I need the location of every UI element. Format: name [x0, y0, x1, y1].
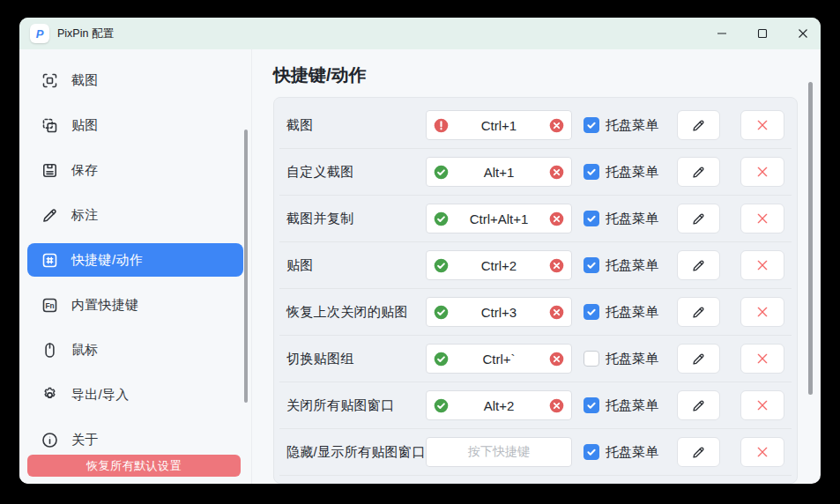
window-body: 截图 贴图 保存 标注 快捷键/动作 Fn 内置快捷键 鼠标 导出/导入 关于 …	[19, 49, 821, 484]
maximize-button[interactable]	[748, 20, 777, 47]
hotkey-action-icon	[40, 250, 59, 270]
hotkey-action-label: 切换贴图组	[286, 351, 426, 367]
sidebar-item-label: 关于	[71, 432, 99, 448]
minimize-button[interactable]	[708, 20, 736, 47]
clear-hotkey-icon[interactable]	[549, 398, 564, 413]
hotkey-value: 按下快捷键	[427, 444, 571, 460]
sidebar-item-label: 鼠标	[71, 342, 99, 359]
hotkey-input[interactable]: Ctrl+`	[426, 344, 572, 374]
hotkey-input[interactable]: Alt+1	[426, 157, 572, 187]
sidebar-item-label: 截图	[71, 72, 99, 89]
clear-hotkey-icon[interactable]	[549, 305, 564, 320]
hotkey-row: 切换贴图组 Ctrl+` 托盘菜单	[279, 336, 792, 382]
clear-hotkey-icon[interactable]	[549, 165, 564, 180]
hotkey-value: Ctrl+`	[449, 352, 549, 367]
content-scrollbar[interactable]	[808, 82, 813, 395]
hotkey-value: Ctrl+3	[449, 305, 549, 320]
close-button[interactable]	[789, 20, 817, 47]
delete-hotkey-button[interactable]	[740, 437, 784, 467]
clear-hotkey-icon[interactable]	[549, 352, 564, 367]
svg-text:Fn: Fn	[45, 300, 54, 309]
tray-menu-label: 托盘菜单	[606, 211, 658, 227]
edit-hotkey-button[interactable]	[677, 204, 720, 233]
edit-hotkey-button[interactable]	[677, 250, 720, 280]
hotkey-action-label: 贴图	[286, 257, 426, 274]
maximize-icon	[757, 28, 768, 39]
hotkey-action-label: 截图	[286, 117, 426, 134]
clear-hotkey-icon[interactable]	[549, 118, 564, 133]
sidebar-scrollbar[interactable]	[244, 130, 248, 403]
ok-icon	[434, 211, 449, 226]
titlebar: P PixPin 配置	[19, 18, 821, 49]
hotkey-input[interactable]: Alt+2	[426, 390, 572, 420]
hotkey-input[interactable]: Ctrl+3	[426, 297, 572, 327]
titlebar-controls	[695, 20, 821, 47]
hotkey-action-label: 自定义截图	[286, 164, 426, 181]
delete-hotkey-button[interactable]	[740, 297, 784, 327]
delete-hotkey-button[interactable]	[740, 110, 784, 140]
sidebar-item-annotate-pencil[interactable]: 标注	[27, 198, 243, 232]
sidebar-item-save[interactable]: 保存	[27, 153, 243, 187]
hotkey-value: Alt+1	[449, 165, 549, 180]
close-icon	[798, 28, 808, 39]
window-title: PixPin 配置	[57, 26, 114, 41]
hotkey-input[interactable]: 按下快捷键	[426, 437, 572, 467]
tray-menu-checkbox[interactable]	[584, 164, 599, 180]
edit-hotkey-button[interactable]	[677, 390, 720, 420]
sidebar-item-hotkey-action[interactable]: 快捷键/动作	[27, 243, 243, 277]
page-title: 快捷键/动作	[273, 63, 798, 86]
tray-menu-checkbox[interactable]	[584, 444, 599, 460]
sidebar-item-pin-image[interactable]: 贴图	[27, 108, 243, 142]
sidebar-item-label: 保存	[71, 162, 99, 179]
ok-icon	[434, 165, 449, 180]
warning-icon	[434, 118, 449, 133]
tray-menu-option: 托盘菜单	[584, 397, 665, 414]
tray-menu-label: 托盘菜单	[606, 397, 658, 414]
hotkey-input[interactable]: Ctrl+2	[426, 250, 572, 280]
hotkey-action-label: 关闭所有贴图窗口	[286, 397, 426, 414]
tray-menu-checkbox[interactable]	[584, 257, 599, 273]
sidebar-item-about[interactable]: 关于	[27, 423, 243, 456]
hotkey-value: Ctrl+2	[449, 258, 549, 273]
tray-menu-checkbox[interactable]	[584, 211, 599, 226]
ok-icon	[434, 305, 449, 320]
sidebar-item-label: 内置快捷键	[71, 297, 139, 314]
clear-hotkey-icon[interactable]	[549, 211, 564, 226]
sidebar-item-builtin-hotkey[interactable]: Fn 内置快捷键	[27, 288, 243, 322]
sidebar-item-screenshot[interactable]: 截图	[27, 63, 243, 97]
ok-icon	[434, 352, 449, 367]
sidebar-item-mouse[interactable]: 鼠标	[27, 333, 243, 367]
delete-hotkey-button[interactable]	[740, 157, 784, 187]
edit-hotkey-button[interactable]	[677, 110, 720, 140]
export-import-icon	[40, 385, 59, 404]
delete-hotkey-button[interactable]	[740, 250, 784, 280]
tray-menu-option: 托盘菜单	[584, 444, 665, 461]
hotkey-input[interactable]: Ctrl+Alt+1	[426, 204, 572, 233]
restore-defaults-button[interactable]: 恢复所有默认设置	[27, 455, 241, 477]
tray-menu-checkbox[interactable]	[584, 304, 599, 320]
tray-menu-checkbox[interactable]	[584, 397, 599, 413]
hotkey-rows: 截图 Ctrl+1 托盘菜单 自定义截图 Alt+1 托盘菜单 截图并复制	[274, 102, 797, 476]
tray-menu-checkbox[interactable]	[584, 117, 599, 133]
edit-hotkey-button[interactable]	[677, 157, 720, 187]
hotkey-row: 自定义截图 Alt+1 托盘菜单	[279, 149, 792, 196]
edit-hotkey-button[interactable]	[677, 437, 720, 467]
hotkey-value: Alt+2	[449, 398, 549, 413]
edit-hotkey-button[interactable]	[677, 297, 720, 327]
tray-menu-option: 托盘菜单	[584, 351, 665, 367]
hotkey-action-label: 恢复上次关闭的贴图	[286, 304, 426, 321]
tray-menu-checkbox[interactable]	[584, 351, 599, 367]
hotkey-input[interactable]: Ctrl+1	[426, 110, 572, 140]
delete-hotkey-button[interactable]	[740, 390, 784, 420]
sidebar-item-export-import[interactable]: 导出/导入	[27, 378, 243, 411]
hotkey-row: 截图 Ctrl+1 托盘菜单	[279, 102, 792, 149]
tray-menu-option: 托盘菜单	[584, 164, 665, 181]
edit-hotkey-button[interactable]	[677, 344, 720, 374]
tray-menu-label: 托盘菜单	[606, 257, 658, 274]
clear-hotkey-icon[interactable]	[549, 258, 564, 273]
screenshot-icon	[40, 70, 59, 90]
delete-hotkey-button[interactable]	[740, 204, 784, 233]
hotkey-action-label: 截图并复制	[286, 211, 426, 227]
delete-hotkey-button[interactable]	[740, 344, 784, 374]
annotate-pencil-icon	[40, 205, 59, 225]
